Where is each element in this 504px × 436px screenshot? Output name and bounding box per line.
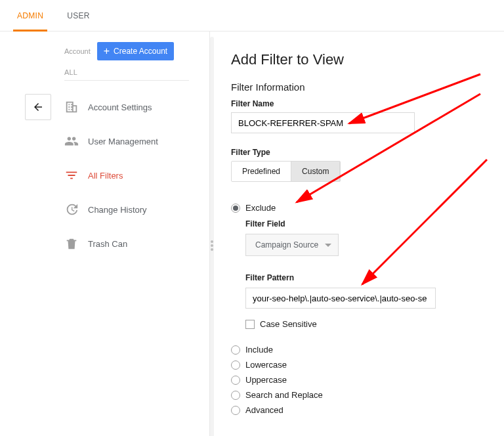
radio-search-replace-row[interactable]: Search and Replace	[231, 390, 488, 400]
sidebar-item-label: Account Settings	[88, 102, 152, 112]
radio-include[interactable]	[231, 345, 240, 355]
radio-exclude-label: Exclude	[245, 203, 276, 213]
radio-include-row[interactable]: Include	[231, 345, 488, 355]
case-sensitive-row[interactable]: Case Sensitive	[245, 319, 488, 329]
main-content: Add Filter to View Filter Information Fi…	[218, 32, 504, 436]
create-account-label: Create Account	[114, 47, 167, 56]
radio-search-replace-label: Search and Replace	[245, 390, 323, 400]
radio-advanced-label: Advanced	[245, 405, 284, 415]
tab-admin[interactable]: ADMIN	[13, 1, 47, 31]
filter-pattern-label: Filter Pattern	[245, 273, 488, 282]
tab-admin-label: ADMIN	[17, 11, 43, 20]
radio-uppercase-row[interactable]: Uppercase	[231, 375, 488, 385]
plus-icon: +	[104, 46, 110, 56]
all-label: ALL	[64, 68, 209, 76]
filter-icon	[64, 168, 79, 183]
arrow-left-icon	[32, 101, 44, 113]
trash-icon	[64, 236, 79, 251]
case-sensitive-label: Case Sensitive	[260, 319, 317, 329]
filter-type-label: Filter Type	[231, 148, 488, 157]
filter-type-toggle: Predefined Custom	[231, 161, 341, 182]
chevron-down-icon	[325, 244, 331, 247]
filter-name-label: Filter Name	[231, 99, 488, 108]
radio-exclude[interactable]	[231, 204, 240, 213]
radio-include-label: Include	[245, 345, 273, 355]
building-icon	[64, 100, 79, 114]
tab-user-label: USER	[67, 11, 90, 20]
sidebar-item-change-history[interactable]: Change History	[64, 192, 209, 227]
page-title: Add Filter to View	[231, 51, 488, 68]
custom-label: Custom	[302, 167, 329, 176]
sidebar-item-user-management[interactable]: User Management	[64, 124, 209, 158]
divider	[64, 80, 189, 81]
predefined-tab[interactable]: Predefined	[232, 162, 291, 181]
filter-info-heading: Filter Information	[231, 81, 488, 93]
radio-lowercase[interactable]	[231, 360, 240, 370]
radio-exclude-row[interactable]: Exclude	[231, 203, 488, 213]
radio-uppercase-label: Uppercase	[245, 375, 287, 385]
radio-uppercase[interactable]	[231, 376, 240, 385]
radio-search-replace[interactable]	[231, 391, 240, 400]
admin-sidebar: Account + Create Account ALL Account Set…	[46, 32, 210, 436]
radio-advanced[interactable]	[231, 406, 240, 415]
top-tabs: ADMIN USER	[0, 0, 504, 32]
tab-user[interactable]: USER	[63, 1, 94, 31]
case-sensitive-checkbox[interactable]	[245, 320, 255, 329]
filter-pattern-input[interactable]	[245, 288, 436, 309]
sidebar-item-label: User Management	[88, 137, 158, 146]
custom-tab[interactable]: Custom	[291, 162, 340, 181]
sidebar-item-trash-can[interactable]: Trash Can	[64, 227, 209, 261]
sidebar-item-account-settings[interactable]: Account Settings	[64, 90, 209, 124]
sidebar-item-label: Trash Can	[88, 239, 127, 249]
resize-handle[interactable]	[210, 32, 218, 436]
people-icon	[64, 134, 79, 148]
filter-field-label: Filter Field	[245, 219, 488, 229]
history-icon	[64, 202, 79, 217]
radio-lowercase-row[interactable]: Lowercase	[231, 360, 488, 370]
radio-advanced-row[interactable]: Advanced	[231, 405, 488, 415]
create-account-button[interactable]: + Create Account	[97, 42, 174, 60]
filter-name-input[interactable]	[231, 112, 415, 133]
sidebar-item-all-filters[interactable]: All Filters	[64, 158, 209, 192]
sidebar-item-label: Change History	[88, 205, 147, 215]
radio-lowercase-label: Lowercase	[245, 360, 287, 370]
account-label: Account	[64, 47, 91, 55]
seg-pointer-icon	[304, 181, 314, 182]
sidebar-item-label: All Filters	[88, 171, 123, 181]
left-gutter	[0, 32, 46, 436]
filter-field-select[interactable]: Campaign Source	[245, 234, 339, 256]
predefined-label: Predefined	[242, 167, 280, 176]
filter-field-value: Campaign Source	[255, 240, 318, 250]
